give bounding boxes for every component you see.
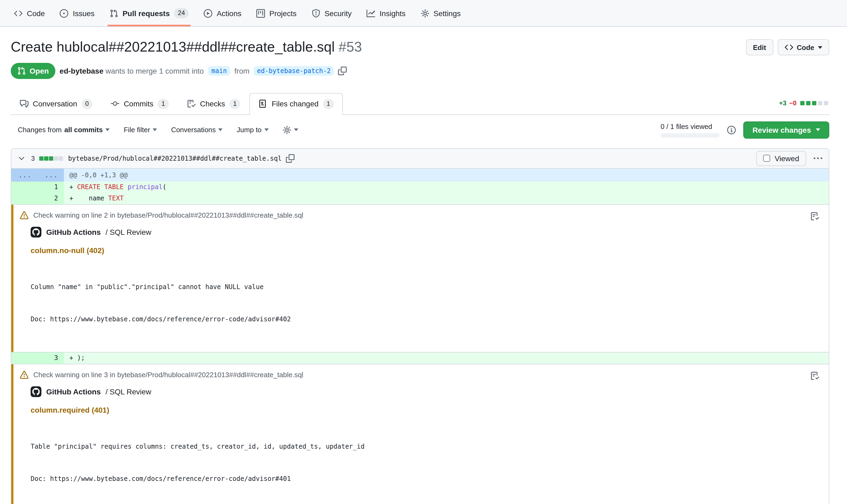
nav-item-projects[interactable]: Projects xyxy=(251,0,302,26)
diffstat-square xyxy=(818,101,822,105)
diff-line-1: 1 + CREATE TABLE principal( xyxy=(11,181,829,193)
nav-label: Actions xyxy=(217,9,241,17)
file-diff-icon xyxy=(259,100,267,108)
github-actions-avatar xyxy=(31,227,41,237)
jump-to-dropdown[interactable]: Jump to xyxy=(237,126,269,134)
diffstat-square xyxy=(812,101,816,105)
diffstat-square xyxy=(824,101,828,105)
pr-title-text: Create hublocal##20221013##ddl##create_t… xyxy=(11,39,335,55)
new-line-number[interactable]: 2 xyxy=(38,193,64,204)
code-line: + CREATE TABLE principal( xyxy=(64,181,829,193)
checklist-icon xyxy=(187,100,196,108)
files-viewed-progress: 0 / 1 files viewed xyxy=(661,122,720,137)
pr-author[interactable]: ed-bytebase xyxy=(60,66,104,75)
collapse-file-chevron-icon[interactable] xyxy=(16,153,27,164)
nav-item-code[interactable]: Code xyxy=(8,0,50,26)
chevron-down-icon xyxy=(264,128,268,131)
comment-discussion-icon xyxy=(20,100,29,108)
diff-hunk-row: ... ... @@ -0,0 +1,3 @@ xyxy=(11,168,829,181)
diffstat-square xyxy=(800,101,805,105)
head-branch-label[interactable]: ed-bytebase-patch-2 xyxy=(254,66,334,75)
diff-line-3: 3 + ); xyxy=(11,352,829,363)
deletions-count: −0 xyxy=(789,99,796,107)
nav-item-pull-requests[interactable]: Pull requests 24 xyxy=(104,0,194,26)
tab-commits[interactable]: Commits 1 xyxy=(102,93,178,115)
nav-item-issues[interactable]: Issues xyxy=(55,0,100,26)
annotation-body: Table "principal" requires columns: crea… xyxy=(31,422,365,503)
tab-checks[interactable]: Checks 1 xyxy=(178,93,250,115)
new-line-number[interactable]: 3 xyxy=(38,352,64,363)
diffstat-square xyxy=(58,156,62,160)
code-button[interactable]: Code xyxy=(777,39,829,55)
pr-tabs: Conversation 0 Commits 1 Checks 1 Files … xyxy=(11,93,829,115)
repo-nav: Code Issues Pull requests 24 Actions Pro… xyxy=(0,0,847,27)
file-diff-card: 3 bytebase/Prod/hublocal##20221013##ddl#… xyxy=(11,148,829,504)
annotation-title: column.no-null (402) xyxy=(31,246,303,254)
graph-icon xyxy=(367,9,375,17)
diffstat-square xyxy=(53,156,58,160)
annotation-title: column.required (401) xyxy=(31,406,365,414)
pull-request-icon xyxy=(110,9,118,17)
code-icon xyxy=(14,9,22,17)
viewed-toggle[interactable]: Viewed xyxy=(756,151,806,166)
view-check-icon[interactable] xyxy=(810,371,821,503)
nav-item-actions[interactable]: Actions xyxy=(198,0,247,26)
play-icon xyxy=(204,9,212,17)
chevron-down-icon xyxy=(105,128,110,131)
old-line-number xyxy=(11,352,38,363)
hunk-header-text: @@ -0,0 +1,3 @@ xyxy=(64,168,829,181)
alert-icon xyxy=(20,211,29,219)
page-title: Create hublocal##20221013##ddl##create_t… xyxy=(11,38,362,56)
nav-item-security[interactable]: Security xyxy=(306,0,357,26)
copy-path-icon[interactable] xyxy=(286,154,294,163)
pr-files-changed-page: Code Issues Pull requests 24 Actions Pro… xyxy=(0,0,847,504)
nav-item-settings[interactable]: Settings xyxy=(415,0,466,26)
gear-icon xyxy=(283,125,291,134)
kebab-menu-icon[interactable] xyxy=(812,153,825,164)
file-header: 3 bytebase/Prod/hublocal##20221013##ddl#… xyxy=(11,148,829,168)
diffstat-square xyxy=(44,156,48,160)
tab-counter: 1 xyxy=(158,98,169,109)
changes-from-dropdown[interactable]: Changes from all commits xyxy=(18,126,110,134)
nav-label: Issues xyxy=(73,9,95,17)
conversations-dropdown[interactable]: Conversations xyxy=(171,126,223,134)
alert-icon xyxy=(20,371,29,379)
nav-item-insights[interactable]: Insights xyxy=(361,0,411,26)
chevron-down-icon xyxy=(818,46,822,49)
file-path[interactable]: bytebase/Prod/hublocal##20221013##ddl##c… xyxy=(68,155,282,162)
tab-counter: 1 xyxy=(323,98,334,109)
chevron-down-icon xyxy=(816,128,820,131)
hunk-gutter-new: ... xyxy=(38,168,64,181)
annotation-header: Check warning on line 3 in bytebase/Prod… xyxy=(20,371,365,379)
info-icon[interactable] xyxy=(727,125,736,134)
tab-conversation[interactable]: Conversation 0 xyxy=(11,93,102,115)
view-check-icon[interactable] xyxy=(810,211,821,343)
pull-request-icon xyxy=(17,66,26,75)
new-line-number[interactable]: 1 xyxy=(38,181,64,193)
pull-requests-count: 24 xyxy=(174,8,189,18)
old-line-number xyxy=(11,193,38,204)
git-commit-icon xyxy=(111,100,119,108)
diff-settings-dropdown[interactable] xyxy=(283,125,298,134)
diffstat-square xyxy=(49,156,53,160)
viewed-checkbox[interactable] xyxy=(763,155,770,162)
nav-label: Pull requests xyxy=(123,9,170,17)
diffstat-square xyxy=(39,156,43,160)
edit-button[interactable]: Edit xyxy=(746,39,773,55)
files-viewed-progress-bar xyxy=(661,133,720,137)
chevron-down-icon xyxy=(153,128,157,131)
pr-header: Create hublocal##20221013##ddl##create_t… xyxy=(11,38,829,56)
code-line: + ); xyxy=(64,352,829,363)
file-filter-dropdown[interactable]: File filter xyxy=(124,126,157,134)
files-viewed-label: 0 / 1 files viewed xyxy=(661,122,720,130)
base-branch-label[interactable]: main xyxy=(208,66,230,75)
copy-branch-icon[interactable] xyxy=(338,66,347,75)
code-line: + name TEXT xyxy=(64,193,829,204)
nav-label: Settings xyxy=(433,9,461,17)
nav-label: Projects xyxy=(269,9,296,17)
diffstat: +3 −0 xyxy=(779,99,828,114)
review-changes-button[interactable]: Review changes xyxy=(743,121,829,138)
annotation-header: Check warning on line 2 in bytebase/Prod… xyxy=(20,211,303,219)
tab-files-changed[interactable]: Files changed 1 xyxy=(250,93,343,115)
nav-label: Insights xyxy=(380,9,406,17)
